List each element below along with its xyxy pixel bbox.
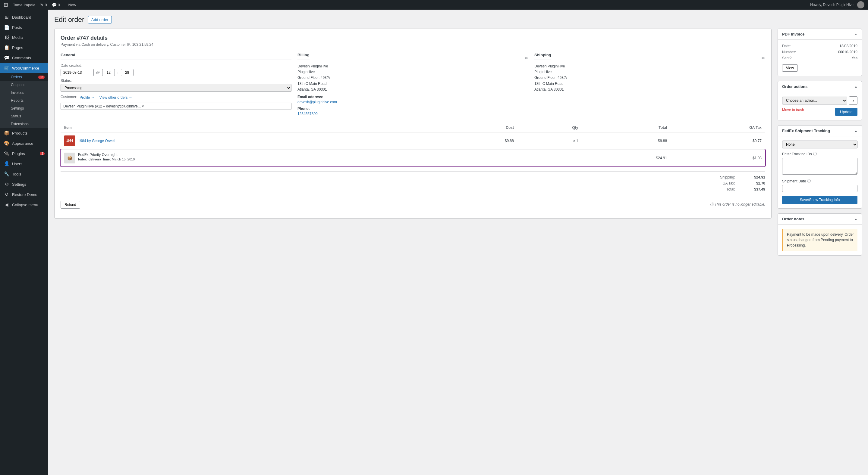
shipping-edit-icon[interactable]: ✏ — [762, 56, 765, 61]
shipping-method-name: FedEx Priority Overnight — [78, 152, 135, 157]
sidebar-item-restore-demo[interactable]: ↺ Restore Demo — [0, 189, 48, 200]
update-button[interactable]: Update — [835, 108, 858, 116]
tracking-ids-label: Enter Tracking IDs ⓘ — [782, 151, 858, 157]
adminbar-site[interactable]: Tame Impala — [13, 3, 35, 7]
date-input[interactable] — [61, 69, 94, 76]
billing-email[interactable]: devesh@pluginhive.com — [298, 100, 337, 104]
shipping-item-info: FedEx Priority Overnight fedex_delivery_… — [78, 152, 135, 161]
sidebar-item-coupons[interactable]: Coupons — [0, 81, 48, 89]
avatar[interactable] — [857, 1, 864, 8]
pdf-number-value: 00010-2019 — [838, 50, 858, 54]
plugins-icon: 🔌 — [4, 151, 10, 156]
fedex-header[interactable]: FedEx Shipment Tracking ▲ — [778, 126, 862, 136]
adminbar-comments[interactable]: 💬 0 — [52, 3, 60, 7]
product-link[interactable]: 1984 by George Orwell — [78, 139, 115, 143]
order-notes-title: Order notes — [782, 217, 804, 221]
sidebar-label-comments: Comments — [12, 56, 31, 60]
shipment-date-input[interactable] — [782, 185, 858, 192]
minute-input[interactable] — [121, 69, 133, 76]
shipping-total-value: $24.91 — [747, 175, 765, 179]
new-label: New — [68, 3, 76, 7]
tracking-help-icon[interactable]: ⓘ — [813, 151, 817, 157]
customer-field[interactable]: Devesh PluginHive (#12 – devesh@pluginhi… — [61, 103, 291, 110]
product-tax: $0.77 — [671, 132, 765, 149]
sidebar-label-users: Users — [12, 162, 22, 166]
hour-input[interactable] — [102, 69, 115, 76]
tracking-ids-input[interactable] — [782, 158, 858, 175]
shipping-meta: fedex_delivery_time: March 15, 2019 — [78, 158, 135, 161]
woocommerce-submenu: Orders 98 Coupons Invoices Reports Setti… — [0, 73, 48, 128]
profile-link[interactable]: Profile → — [80, 95, 94, 100]
woocommerce-icon: 🛒 — [4, 65, 10, 71]
pdf-view-button[interactable]: View — [782, 64, 798, 72]
pages-icon: 📋 — [4, 45, 10, 50]
status-select[interactable]: Processing — [61, 84, 291, 92]
action-arrow-button[interactable]: › — [849, 96, 858, 105]
add-order-button[interactable]: Add order — [88, 16, 112, 24]
at-symbol: @ — [96, 70, 100, 75]
sidebar-item-media[interactable]: 🖼 Media — [0, 33, 48, 42]
shipping-item-cell: 📦 FedEx Priority Overnight fedex_deliver… — [61, 149, 438, 166]
wp-logo[interactable]: ⊞ — [4, 1, 8, 8]
customer-row: Customer: Profile → View other orders → … — [61, 95, 291, 110]
sidebar-item-posts[interactable]: 📄 Posts — [0, 22, 48, 33]
billing-phone[interactable]: 1234567890 — [298, 112, 318, 116]
sidebar-item-settings-woo[interactable]: Settings — [0, 104, 48, 112]
restore-icon: ↺ — [4, 192, 10, 197]
shipment-date-help-icon[interactable]: ⓘ — [807, 178, 811, 183]
sidebar-item-comments[interactable]: 💬 Comments — [0, 53, 48, 63]
sidebar-item-invoices[interactable]: Invoices — [0, 89, 48, 97]
sidebar-item-users[interactable]: 👤 Users — [0, 159, 48, 169]
sidebar-collapse[interactable]: ◀ Collapse menu — [0, 200, 48, 210]
pdf-sent-value: Yes — [851, 56, 858, 60]
admin-menu: ⊞ Dashboard 📄 Posts 🖼 Media 📋 Pages 💬 Co… — [0, 10, 48, 475]
billing-edit-icon[interactable]: ✏ — [525, 56, 528, 61]
sidebar-item-products[interactable]: 📦 Products — [0, 128, 48, 138]
move-trash-link[interactable]: Move to trash — [782, 108, 804, 116]
updates-count: 9 — [44, 3, 47, 7]
view-orders-link[interactable]: View other orders → — [99, 95, 132, 100]
plugins-badge: 2 — [40, 152, 44, 155]
refund-button[interactable]: Refund — [61, 201, 80, 209]
sidebar-item-pages[interactable]: 📋 Pages — [0, 42, 48, 53]
order-actions-header[interactable]: Order actions ▲ — [778, 81, 862, 92]
action-row: Choose an action... › — [782, 96, 858, 105]
sidebar-item-woocommerce[interactable]: 🛒 WooCommerce — [0, 63, 48, 73]
sidebar-item-reports[interactable]: Reports — [0, 97, 48, 104]
dashboard-icon: ⊞ — [4, 14, 10, 20]
shipping-cost-empty — [438, 149, 518, 166]
billing-section: Billing ✏ Devesh PluginHive PluginHive G… — [298, 53, 528, 116]
shipping-item-row: 📦 FedEx Priority Overnight fedex_deliver… — [61, 149, 765, 166]
sidebar-item-status[interactable]: Status — [0, 112, 48, 120]
pdf-invoice-header[interactable]: PDF Invoice ▲ — [778, 29, 862, 40]
col-cost: Cost — [438, 123, 518, 132]
pdf-date-label: Date: — [782, 44, 791, 48]
save-tracking-button[interactable]: Save/Show Tracking Info — [782, 196, 858, 204]
sidebar-item-plugins[interactable]: 🔌 Plugins 2 — [0, 148, 48, 159]
sidebar-item-tools[interactable]: 🔧 Tools — [0, 169, 48, 179]
table-header-row: Item Cost Qty Total GA Tax — [61, 123, 765, 132]
shipping-qty-empty — [518, 149, 582, 166]
customer-label-row: Customer: Profile → View other orders → — [61, 95, 291, 100]
sidebar-item-dashboard[interactable]: ⊞ Dashboard — [0, 12, 48, 22]
sidebar-item-orders[interactable]: Orders 98 — [0, 73, 48, 81]
sidebar-item-appearance[interactable]: 🎨 Appearance — [0, 138, 48, 148]
shipping-icon: 📦 — [64, 152, 75, 164]
settings-woo-label: Settings — [11, 106, 24, 110]
order-items-table: Item Cost Qty Total GA Tax — [61, 123, 765, 166]
order-action-select[interactable]: Choose an action... — [782, 97, 847, 104]
customer-label: Customer: — [61, 95, 77, 99]
order-notes-header[interactable]: Order notes ▲ — [778, 214, 862, 225]
sidebar-label-media: Media — [12, 35, 23, 40]
adminbar-new[interactable]: + New — [65, 3, 76, 7]
col-item: Item — [61, 123, 438, 132]
adminbar-updates[interactable]: ↻ 9 — [40, 3, 47, 7]
sidebar-item-extensions[interactable]: Extensions — [0, 120, 48, 128]
sidebar-item-settings[interactable]: ⚙ Settings — [0, 179, 48, 189]
tracking-carrier-select[interactable]: None — [782, 141, 858, 148]
wp-content: Edit order Add order Order #747 details … — [48, 10, 868, 475]
customer-value: Devesh PluginHive (#12 – devesh@pluginhi… — [63, 104, 144, 108]
status-label: Status — [11, 114, 21, 118]
order-notes-panel: Order notes ▲ Payment to be made upon de… — [778, 213, 862, 256]
order-title: Order #747 details — [61, 35, 765, 41]
